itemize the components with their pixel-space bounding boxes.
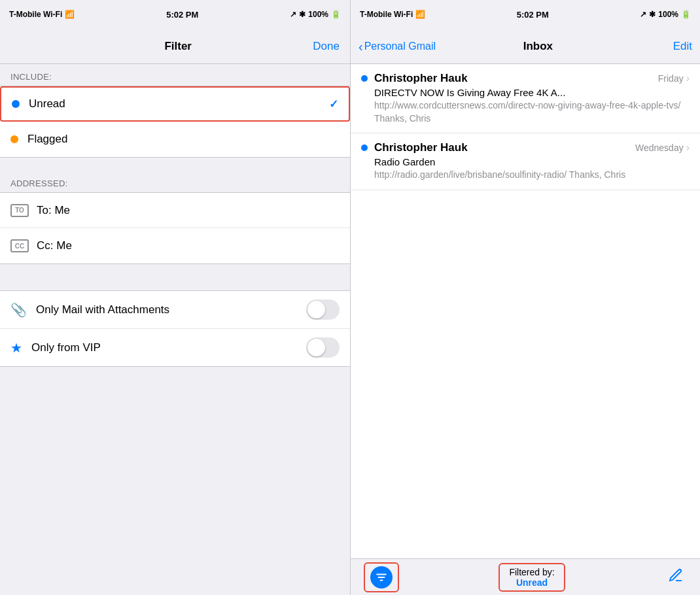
email-date-2: Wednesday	[635, 143, 684, 153]
left-battery: 100%	[308, 10, 328, 19]
bluetooth-icon: ✱	[299, 10, 306, 19]
email-sender-1: Christopher Hauk	[374, 72, 468, 85]
toggle-vip[interactable]: ★ Only from VIP	[0, 329, 350, 366]
cc-me-label: Cc: Me	[37, 239, 340, 252]
filter-button-wrap	[364, 562, 399, 592]
email-date-wrap-2: Wednesday ›	[635, 142, 690, 154]
filter-icon	[376, 571, 387, 583]
compose-svg	[668, 568, 684, 583]
email-date-1: Friday	[658, 73, 684, 84]
inbox-panel: T-Mobile Wi-Fi 📶 5:02 PM ↗ ✱ 100% 🔋 ‹ Pe…	[350, 0, 700, 595]
email-item-1[interactable]: Christopher Hauk Friday › DIRECTV NOW Is…	[351, 64, 700, 133]
filter-title: Filter	[164, 40, 192, 53]
email-header-1: Christopher Hauk Friday ›	[374, 72, 690, 85]
email-content-1: Christopher Hauk Friday › DIRECTV NOW Is…	[374, 72, 690, 125]
vip-label: Only from VIP	[31, 341, 306, 354]
left-status-bar: T-Mobile Wi-Fi 📶 5:02 PM ↗ ✱ 100% 🔋	[0, 0, 350, 29]
right-battery: 100%	[658, 10, 678, 19]
filter-panel: T-Mobile Wi-Fi 📶 5:02 PM ↗ ✱ 100% 🔋 Filt…	[0, 0, 350, 595]
email-chevron-1: ›	[686, 73, 690, 84]
email-sender-2: Christopher Hauk	[374, 141, 468, 154]
battery-icon: 🔋	[331, 10, 341, 19]
email-subject-1: DIRECTV NOW Is Giving Away Free 4K A...	[374, 87, 690, 98]
unread-checkmark: ✓	[329, 97, 338, 111]
filter-nav-bar: Filter Done	[0, 29, 350, 64]
unread-dot-2	[361, 144, 368, 151]
wifi-icon: 📶	[65, 10, 75, 19]
unread-dot-1	[361, 75, 368, 82]
done-button[interactable]: Done	[313, 40, 340, 53]
left-battery-info: ↗ ✱ 100% 🔋	[290, 10, 341, 19]
filter-button[interactable]	[370, 566, 393, 588]
include-header: INCLUDE:	[0, 64, 350, 86]
attachments-toggle[interactable]	[306, 299, 340, 320]
email-item-2[interactable]: Christopher Hauk Wednesday › Radio Garde…	[351, 133, 700, 190]
filter-item-cc-me[interactable]: CC Cc: Me	[0, 228, 350, 264]
filtered-by-value: Unread	[509, 577, 554, 588]
email-date-wrap-1: Friday ›	[658, 73, 690, 84]
addressed-header: ADDRESSED:	[0, 171, 350, 192]
include-filter-list: Unread ✓ Flagged	[0, 86, 350, 158]
right-arrow-icon: ↗	[640, 10, 646, 19]
toggle-section: 📎 Only Mail with Attachments ★ Only from…	[0, 290, 350, 367]
right-carrier: T-Mobile Wi-Fi	[360, 10, 413, 19]
flagged-label: Flagged	[27, 133, 340, 146]
toggle-attachments[interactable]: 📎 Only Mail with Attachments	[0, 291, 350, 329]
right-battery-icon: 🔋	[681, 10, 691, 19]
addressed-filter-list: TO To: Me CC Cc: Me	[0, 192, 350, 264]
filter-item-to-me[interactable]: TO To: Me	[0, 193, 350, 228]
to-icon: TO	[10, 204, 29, 217]
filtered-by-label: Filtered by:	[509, 567, 554, 577]
attachment-icon: 📎	[10, 302, 27, 318]
attachments-label: Only Mail with Attachments	[36, 303, 306, 316]
email-preview-2: http://radio.garden/live/brisbane/soulfi…	[374, 169, 690, 182]
inbox-title: Inbox	[408, 40, 668, 53]
email-preview-1: http://www.cordcuttersnews.com/directv-n…	[374, 99, 690, 125]
vip-toggle[interactable]	[306, 337, 340, 358]
right-battery-info: ↗ ✱ 100% 🔋	[640, 10, 691, 19]
unread-label: Unread	[29, 97, 329, 110]
right-wifi-icon: 📶	[415, 10, 425, 19]
edit-button[interactable]: Edit	[673, 40, 692, 53]
left-time: 5:02 PM	[166, 10, 198, 20]
left-carrier-info: T-Mobile Wi-Fi 📶	[9, 10, 75, 19]
flagged-dot	[10, 135, 18, 143]
filtered-by-wrap: Filtered by: Unread	[499, 563, 565, 592]
filter-item-flagged[interactable]: Flagged	[0, 122, 350, 157]
left-carrier: T-Mobile Wi-Fi	[9, 10, 62, 19]
email-list: Christopher Hauk Friday › DIRECTV NOW Is…	[351, 64, 700, 558]
compose-icon	[668, 568, 684, 587]
email-chevron-2: ›	[686, 142, 690, 154]
right-status-bar: T-Mobile Wi-Fi 📶 5:02 PM ↗ ✱ 100% 🔋	[351, 0, 700, 29]
right-carrier-info: T-Mobile Wi-Fi 📶	[360, 10, 425, 19]
divider2	[0, 264, 350, 277]
right-bluetooth-icon: ✱	[649, 10, 656, 19]
compose-button[interactable]	[665, 566, 687, 588]
inbox-nav-bar: ‹ Personal Gmail Inbox Edit	[351, 29, 700, 64]
back-chevron-icon: ‹	[359, 40, 363, 53]
divider1	[0, 158, 350, 171]
filter-item-unread[interactable]: Unread ✓	[0, 86, 350, 122]
email-header-2: Christopher Hauk Wednesday ›	[374, 141, 690, 154]
cc-icon: CC	[10, 239, 29, 252]
right-time: 5:02 PM	[517, 10, 549, 20]
inbox-bottom-bar: Filtered by: Unread	[351, 558, 700, 595]
to-me-label: To: Me	[37, 204, 340, 217]
email-subject-2: Radio Garden	[374, 156, 690, 167]
arrow-icon: ↗	[290, 10, 296, 19]
star-icon: ★	[10, 340, 22, 356]
email-content-2: Christopher Hauk Wednesday › Radio Garde…	[374, 141, 690, 182]
unread-dot	[12, 100, 20, 108]
